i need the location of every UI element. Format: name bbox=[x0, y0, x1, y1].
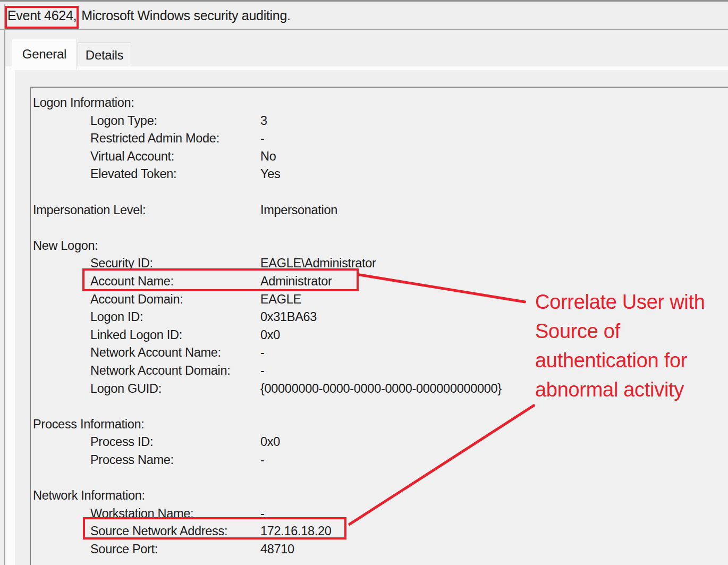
section-label: Process Information: bbox=[33, 417, 145, 432]
field-label: Logon GUID: bbox=[90, 382, 162, 396]
annotation-line: Source of bbox=[535, 317, 728, 346]
field-label: Account Domain: bbox=[90, 292, 183, 307]
field-value: 3 bbox=[260, 114, 267, 128]
event-source-text: Microsoft Windows security auditing. bbox=[81, 8, 291, 23]
annotation-note: Correlate User withSource ofauthenticati… bbox=[535, 288, 728, 404]
tab-general[interactable]: General bbox=[12, 39, 77, 70]
event-detail-row: Network Information: bbox=[33, 486, 724, 504]
field-label: Linked Logon ID: bbox=[90, 328, 182, 342]
field-label: Network Account Name: bbox=[90, 345, 221, 360]
event-detail-row: New Logon: bbox=[33, 237, 724, 255]
field-value: 48710 bbox=[260, 542, 294, 556]
annotation-line: Correlate User with bbox=[535, 288, 728, 317]
field-value: 0x0 bbox=[260, 328, 280, 342]
field-value: - bbox=[260, 364, 265, 378]
highlight-box-source-network-address bbox=[83, 517, 346, 539]
event-detail-row: Logon Type:3 bbox=[33, 112, 724, 130]
field-value: Yes bbox=[260, 167, 280, 181]
field-value: - bbox=[260, 453, 265, 467]
window-top-border bbox=[0, 0, 728, 2]
event-detail-row: Elevated Token:Yes bbox=[33, 165, 724, 183]
field-label: Elevated Token: bbox=[90, 167, 176, 181]
section-label: Network Information: bbox=[33, 488, 145, 503]
event-detail-row: Source Port:48710 bbox=[33, 540, 724, 558]
field-value: EAGLE bbox=[260, 292, 301, 307]
field-label: Network Account Domain: bbox=[90, 364, 230, 378]
spacer-row bbox=[33, 183, 724, 201]
spacer-row bbox=[33, 218, 724, 237]
field-value: 0x0 bbox=[260, 435, 280, 449]
event-detail-row: Process Information: bbox=[33, 415, 724, 433]
spacer-row bbox=[33, 468, 724, 486]
section-label: Logon Information: bbox=[33, 96, 134, 110]
event-properties-window: Event 4624,Microsoft Windows security au… bbox=[0, 0, 728, 565]
annotation-line: abnormal activity bbox=[535, 375, 728, 404]
event-detail-row: Process ID:0x0 bbox=[33, 433, 724, 451]
highlight-box-event-id bbox=[5, 6, 79, 29]
title-divider bbox=[0, 29, 728, 30]
field-label: Virtual Account: bbox=[90, 149, 174, 164]
event-detail-row: Process Name:- bbox=[33, 451, 724, 469]
event-detail-row: Logon Information: bbox=[33, 94, 724, 112]
field-label: Logon ID: bbox=[90, 310, 143, 324]
section-label: Impersonation Level: bbox=[33, 203, 146, 217]
event-detail-row: Restricted Admin Mode:- bbox=[33, 129, 724, 147]
field-label: Logon Type: bbox=[90, 114, 157, 128]
section-label: New Logon: bbox=[33, 239, 98, 253]
field-value: No bbox=[260, 149, 276, 164]
event-detail-row: Impersonation Level:Impersonation bbox=[33, 201, 724, 219]
field-label: Process Name: bbox=[90, 453, 174, 467]
field-value: {00000000-0000-0000-0000-000000000000} bbox=[260, 382, 502, 396]
field-label: Source Port: bbox=[90, 542, 158, 556]
tab-details[interactable]: Details bbox=[78, 43, 131, 66]
highlight-box-account-name bbox=[82, 268, 359, 291]
event-detail-row: Virtual Account:No bbox=[33, 147, 724, 165]
field-value: - bbox=[260, 131, 265, 146]
field-label: Process ID: bbox=[90, 435, 153, 449]
annotation-line: authentication for bbox=[535, 346, 728, 375]
field-value: Impersonation bbox=[260, 203, 337, 217]
field-value: - bbox=[260, 345, 265, 360]
field-value: 0x31BA63 bbox=[260, 310, 317, 324]
field-label: Restricted Admin Mode: bbox=[90, 131, 219, 146]
